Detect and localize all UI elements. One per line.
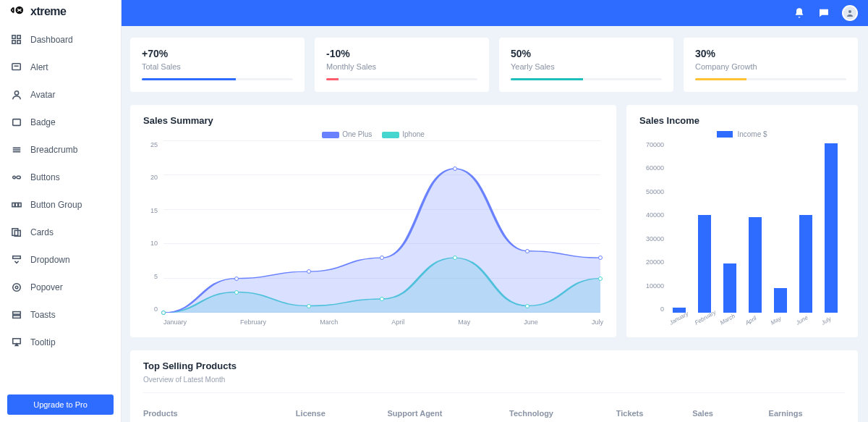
upgrade-button[interactable]: Upgrade to Pro	[7, 394, 114, 415]
svg-rect-19	[13, 316, 21, 318]
table-header-cell: Products	[143, 409, 296, 418]
svg-rect-18	[13, 312, 21, 315]
income-swatch	[717, 131, 733, 138]
x-axis-labels: JanuaryFebruaryMarchAprilMayJuneJuly	[668, 321, 842, 327]
notifications-icon[interactable]	[793, 7, 806, 20]
charts-row: Sales Summary One PlusIphone 2520151050 …	[130, 105, 858, 337]
table-header-cell: License	[296, 409, 388, 418]
stat-card-2: 50%Yearly Sales	[499, 38, 673, 92]
topbar	[122, 0, 868, 26]
sidebar-item-toasts[interactable]: Toasts	[0, 301, 121, 329]
stat-value: +70%	[142, 48, 293, 59]
table-header-cell: Technology	[509, 409, 616, 418]
buttons-icon	[12, 172, 22, 182]
stat-label: Monthly Sales	[326, 62, 477, 71]
sidebar: xtreme DashboardAlertAvatarBadgeBreadcru…	[0, 0, 122, 422]
svg-rect-2	[17, 35, 20, 38]
data-point	[307, 304, 311, 308]
content: +70%Total Sales-10%Monthly Sales50%Yearl…	[130, 38, 858, 422]
popover-icon	[12, 282, 22, 292]
stat-label: Yearly Sales	[511, 62, 662, 71]
top-selling-products-card: Top Selling Products Overview of Latest …	[130, 350, 858, 422]
data-point	[380, 297, 384, 301]
toasts-icon	[12, 310, 22, 320]
data-point	[453, 166, 457, 171]
table-header-row: ProductsLicenseSupport AgentTechnologyTi…	[143, 392, 845, 422]
sidebar-item-dropdown[interactable]: Dropdown	[0, 246, 121, 274]
svg-rect-5	[12, 64, 20, 70]
stat-card-1: -10%Monthly Sales	[315, 38, 489, 92]
legend-item: Iphone	[382, 130, 425, 138]
sidebar-item-popover[interactable]: Popover	[0, 274, 121, 301]
sidebar-item-label: Badge	[30, 117, 56, 127]
stat-bar	[511, 78, 662, 80]
dropdown-icon	[12, 255, 22, 265]
sales-summary-chart: 2520151050 JanuaryFebruaryMarchAprilMayJ…	[143, 141, 603, 326]
sidebar-item-tooltip[interactable]: Tooltip	[0, 329, 121, 356]
sidebar-item-button-group[interactable]: Button Group	[0, 191, 121, 219]
grid-icon	[12, 35, 22, 45]
stat-card-0: +70%Total Sales	[130, 38, 305, 92]
table-header-cell: Sales	[692, 409, 768, 418]
bar-march	[719, 263, 741, 313]
svg-rect-12	[19, 203, 22, 206]
stat-value: 50%	[511, 48, 662, 59]
svg-rect-15	[13, 256, 21, 259]
svg-point-21	[848, 10, 851, 13]
sidebar-item-avatar[interactable]: Avatar	[0, 81, 121, 109]
sidebar-item-label: Avatar	[30, 90, 55, 100]
sidebar-item-breadcrumb[interactable]: Breadcrumb	[0, 136, 121, 164]
sales-income-title: Sales Income	[639, 115, 845, 126]
avatar-icon[interactable]	[842, 5, 858, 21]
breadcrumb-icon	[12, 145, 22, 155]
data-point	[598, 256, 603, 260]
svg-point-6	[14, 91, 18, 95]
data-point	[234, 290, 239, 295]
sidebar-item-label: Dashboard	[30, 35, 73, 45]
svg-rect-1	[12, 35, 15, 38]
sidebar-item-cards[interactable]: Cards	[0, 219, 121, 246]
stat-bar	[142, 78, 293, 80]
sales-income-chart: 700006000050000400003000020000100000 Jan…	[639, 141, 845, 326]
sales-summary-plot	[163, 141, 600, 313]
sidebar-item-label: Button Group	[30, 200, 82, 210]
sales-income-plot	[668, 141, 842, 313]
svg-point-17	[15, 286, 18, 289]
sales-summary-title: Sales Summary	[143, 115, 603, 126]
alert-icon	[12, 62, 22, 72]
sales-summary-card: Sales Summary One PlusIphone 2520151050 …	[130, 105, 616, 337]
sidebar-item-label: Dropdown	[30, 255, 70, 265]
table-header-cell: Earnings	[769, 409, 845, 418]
sidebar-item-badge[interactable]: Badge	[0, 109, 121, 136]
logo[interactable]: xtreme	[0, 0, 121, 23]
data-point	[525, 304, 529, 308]
stat-value: 30%	[695, 48, 846, 59]
sidebar-item-alert[interactable]: Alert	[0, 54, 121, 81]
data-point	[161, 311, 166, 315]
messages-icon[interactable]	[817, 7, 830, 20]
sales-income-legend: Income $	[639, 130, 845, 138]
top-selling-title: Top Selling Products	[143, 360, 845, 371]
bar-february	[694, 215, 715, 313]
sales-income-card: Sales Income Income $ 700006000050000400…	[626, 105, 858, 337]
svg-rect-4	[17, 41, 20, 43]
stat-bar	[695, 78, 846, 80]
y-axis-labels: 700006000050000400003000020000100000	[639, 141, 664, 313]
stat-card-3: 30%Company Growth	[684, 38, 858, 92]
brand-name: xtreme	[30, 5, 66, 18]
svg-rect-7	[13, 119, 21, 126]
data-point	[234, 277, 239, 281]
svg-rect-9	[17, 176, 20, 179]
button-group-icon	[12, 200, 22, 210]
sidebar-item-label: Breadcrumb	[30, 145, 77, 155]
stat-label: Total Sales	[142, 62, 293, 71]
top-selling-subtitle: Overview of Latest Month	[143, 376, 845, 384]
legend-item: One Plus	[322, 130, 372, 138]
avatar-icon	[12, 90, 22, 100]
sidebar-item-buttons[interactable]: Buttons	[0, 164, 121, 191]
stats-row: +70%Total Sales-10%Monthly Sales50%Yearl…	[130, 38, 858, 92]
stat-bar	[326, 78, 477, 80]
sidebar-item-label: Cards	[30, 227, 54, 237]
svg-rect-3	[12, 41, 15, 43]
sidebar-item-dashboard[interactable]: Dashboard	[0, 26, 121, 54]
